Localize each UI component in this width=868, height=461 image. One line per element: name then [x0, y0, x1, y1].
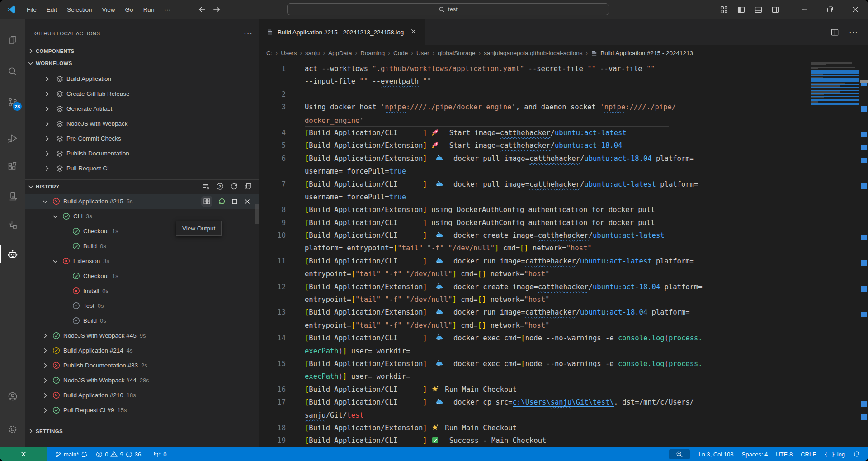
- code-line[interactable]: 14[Build Application/CLI ] docker exec c…: [259, 332, 809, 344]
- close-button[interactable]: [843, 0, 868, 19]
- sidebar-more-actions[interactable]: ···: [244, 29, 253, 38]
- code-line[interactable]: 4[Build Application/CLI ] Start image=ca…: [259, 127, 809, 139]
- code-line[interactable]: entrypoint=["tail" "-f" "/dev/null"] cmd…: [259, 319, 809, 332]
- code-line[interactable]: 7[Build Application/CLI ] docker pull im…: [259, 178, 809, 191]
- code-line[interactable]: docker_engine': [259, 114, 809, 127]
- code-line[interactable]: 6[Build Application/Extension] docker pu…: [259, 152, 809, 165]
- code-line[interactable]: username= forcePull=true: [259, 191, 809, 203]
- code-line[interactable]: 18[Build Application/Extension] Run Main…: [259, 422, 809, 434]
- editor-more-actions[interactable]: ···: [849, 28, 858, 37]
- split-editor-icon[interactable]: [830, 28, 839, 37]
- workflow-item[interactable]: Build Application: [25, 71, 259, 86]
- code-line[interactable]: 15[Build Application/Extension] docker e…: [259, 358, 809, 370]
- menu-run[interactable]: Run: [139, 5, 159, 15]
- code-line[interactable]: 10[Build Application/CLI ] docker create…: [259, 229, 809, 242]
- menu-more[interactable]: ···: [160, 5, 175, 15]
- remote-explorer-icon[interactable]: [7, 191, 18, 202]
- workflow-item[interactable]: Create GitHub Release: [25, 86, 259, 101]
- code-line[interactable]: 3Using docker host 'npipe:////./pipe/doc…: [259, 101, 809, 113]
- indentation[interactable]: Spaces: 4: [738, 447, 772, 461]
- quick-search-indicator[interactable]: [669, 449, 690, 459]
- language-mode[interactable]: { } log: [820, 447, 849, 461]
- breadcrumb-file[interactable]: Build Application #215 - 20241213: [600, 50, 693, 56]
- ports-indicator[interactable]: 0: [150, 447, 170, 461]
- breadcrumb-item[interactable]: sanju: [305, 50, 320, 56]
- menu-selection[interactable]: Selection: [63, 5, 96, 15]
- sidebar-scrollbar[interactable]: [255, 204, 259, 224]
- run-debug-icon[interactable]: [7, 133, 18, 144]
- history-item[interactable]: Build Application #21018s: [25, 388, 259, 403]
- explorer-icon[interactable]: [7, 34, 18, 45]
- problems-indicator[interactable]: 0 9 36: [92, 447, 145, 461]
- history-item[interactable]: CLI3s: [25, 209, 259, 224]
- code-line[interactable]: execPath)] user= workdir=: [259, 370, 809, 383]
- section-settings[interactable]: SETTINGS: [25, 425, 259, 437]
- code-line[interactable]: 9[Build Application/CLI ] using DockerAu…: [259, 216, 809, 229]
- code-line[interactable]: 1act --workflows ".github/workflows/appl…: [259, 62, 809, 75]
- extensions-icon[interactable]: [7, 161, 18, 172]
- refresh-icon[interactable]: [230, 183, 238, 190]
- history-item[interactable]: Build Application #2144s: [25, 343, 259, 358]
- help-icon[interactable]: ?: [216, 183, 224, 190]
- breadcrumb-item[interactable]: globalStorage: [438, 50, 475, 56]
- menu-edit[interactable]: Edit: [42, 5, 61, 15]
- code-line[interactable]: username= forcePull=true: [259, 165, 809, 178]
- clear-history-icon[interactable]: [202, 183, 210, 190]
- workflow-item[interactable]: Publish Documentation: [25, 146, 259, 161]
- code-line[interactable]: 5[Build Application/Extension] Start ima…: [259, 139, 809, 152]
- history-item[interactable]: Extension3s: [25, 254, 259, 268]
- eol-sequence[interactable]: CRLF: [797, 447, 820, 461]
- menu-view[interactable]: View: [98, 5, 119, 15]
- back-arrow-icon[interactable]: [198, 5, 206, 14]
- remote-indicator[interactable]: [0, 447, 47, 461]
- history-item[interactable]: Publish Documentation #332s: [25, 358, 259, 373]
- collapse-all-icon[interactable]: [244, 183, 252, 190]
- toggle-secondary-sidebar-icon[interactable]: [772, 6, 779, 14]
- history-item[interactable]: Build0s: [25, 239, 259, 254]
- customize-layout-icon[interactable]: [720, 6, 728, 14]
- breadcrumb-item[interactable]: AppData: [328, 50, 352, 56]
- section-history[interactable]: HISTORY ?: [25, 179, 259, 193]
- history-item[interactable]: Test0s: [25, 298, 259, 313]
- workflow-item[interactable]: Pull Request CI: [25, 161, 259, 176]
- code-line[interactable]: 16[Build Application/CLI ] Run Main Chec…: [259, 383, 809, 396]
- code-line[interactable]: 11[Build Application/CLI ] docker run im…: [259, 255, 809, 268]
- stop-button[interactable]: [231, 198, 238, 205]
- tab-log-file[interactable]: Build Application #215 - 20241213_224158…: [259, 19, 425, 45]
- history-item[interactable]: Build0s: [25, 313, 259, 328]
- breadcrumb-item[interactable]: Users: [281, 50, 297, 56]
- remove-button[interactable]: [244, 198, 251, 205]
- accounts-icon[interactable]: [7, 391, 18, 402]
- rerun-button[interactable]: [218, 198, 226, 205]
- code-line[interactable]: 13[Build Application/Extension] docker r…: [259, 306, 809, 319]
- code-line[interactable]: 17[Build Application/CLI ] docker cp src…: [259, 396, 809, 409]
- breadcrumb-item[interactable]: sanjulaganepola.github-local-actions: [484, 50, 582, 56]
- history-item[interactable]: Pull Request CI #915s: [25, 403, 259, 418]
- notifications-bell[interactable]: [849, 447, 864, 461]
- code-line[interactable]: 2: [259, 88, 809, 101]
- settings-gear-icon[interactable]: [7, 424, 18, 435]
- tab-close-icon[interactable]: [410, 28, 416, 36]
- editor-scrollbar[interactable]: [860, 19, 868, 447]
- cursor-position[interactable]: Ln 3, Col 103: [694, 447, 737, 461]
- code-line[interactable]: 12[Build Application/Extension] docker c…: [259, 281, 809, 293]
- history-item[interactable]: NodeJS with Webpack #4428s: [25, 373, 259, 388]
- encoding[interactable]: UTF-8: [772, 447, 797, 461]
- code-line[interactable]: entrypoint=["tail" "-f" "/dev/null"] cmd…: [259, 268, 809, 280]
- code-line[interactable]: execPath)] user= workdir=: [259, 345, 809, 358]
- code-line[interactable]: 8[Build Application/Extension] using Doc…: [259, 203, 809, 216]
- code-line[interactable]: platform= entrypoint=["tail" "-f" "/dev/…: [259, 242, 809, 254]
- history-item[interactable]: NodeJS with Webpack #459s: [25, 328, 259, 343]
- code-line[interactable]: --input-file "" --eventpath "": [259, 75, 809, 88]
- code-line[interactable]: 19[Build Application/CLI ] Success - Mai…: [259, 434, 809, 447]
- code-line[interactable]: entrypoint=["tail" "-f" "/dev/null"] cmd…: [259, 293, 809, 306]
- history-item[interactable]: Install0s: [25, 283, 259, 298]
- history-item[interactable]: Checkout1s: [25, 268, 259, 283]
- toggle-panel-icon[interactable]: [755, 6, 762, 14]
- restore-button[interactable]: [817, 0, 843, 19]
- breadcrumb-item[interactable]: Roaming: [360, 50, 385, 56]
- history-item[interactable]: Checkout1s: [25, 224, 259, 239]
- editor-content[interactable]: 1act --workflows ".github/workflows/appl…: [259, 61, 809, 447]
- breadcrumb-item[interactable]: User: [416, 50, 429, 56]
- history-item[interactable]: Build Application #2155s: [25, 194, 259, 209]
